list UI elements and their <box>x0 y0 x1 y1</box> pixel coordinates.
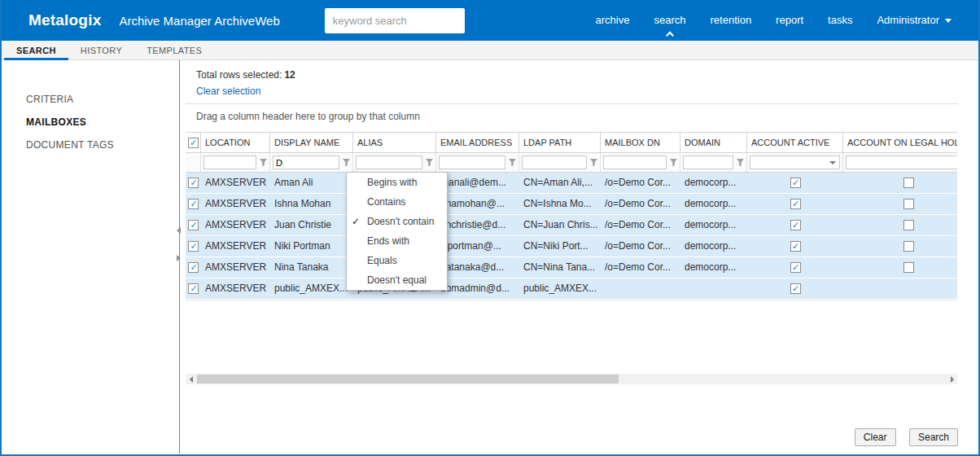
column-header-mailbox_dn[interactable]: MAILBOX DN <box>601 132 680 153</box>
collapse-left-icon[interactable] <box>177 227 181 234</box>
account-active-checkbox[interactable] <box>790 283 801 294</box>
table-row[interactable]: AMXSERVERJuan Christieanchristie@d...CN=… <box>186 215 957 236</box>
filter-icon[interactable] <box>506 156 518 169</box>
filter-cell-select <box>186 153 201 173</box>
table-row[interactable]: AMXSERVERNiki Portmankiportman@...CN=Nik… <box>186 236 957 257</box>
filter-icon[interactable] <box>588 156 600 169</box>
filter-menu-item[interactable]: Doesn't equal <box>347 270 447 290</box>
filter-input-alias[interactable] <box>356 156 422 169</box>
nav-report-label: report <box>776 14 803 26</box>
tab-history[interactable]: HISTORY <box>68 41 134 60</box>
filter-input-location[interactable] <box>203 156 256 169</box>
filter-menu-item[interactable]: Ends with <box>347 231 447 251</box>
row-checkbox[interactable] <box>188 241 199 252</box>
filter-cell-email <box>436 153 519 173</box>
sidebar-item-criteria[interactable]: CRITERIA <box>2 88 179 111</box>
legal-hold-checkbox[interactable] <box>903 262 914 273</box>
tab-templates[interactable]: TEMPLATES <box>134 41 214 60</box>
table-row[interactable]: AMXSERVERpublic_AMXEX...public_AMXEX...u… <box>186 278 957 300</box>
cell-location: AMXSERVER <box>201 278 270 299</box>
triangle-right-icon <box>951 376 954 383</box>
table-row[interactable]: AMXSERVERAman Alimanali@dem...CN=Aman Al… <box>186 173 957 194</box>
row-checkbox[interactable] <box>188 199 199 209</box>
cell-location: AMXSERVER <box>201 215 270 235</box>
filter-icon[interactable] <box>667 156 680 169</box>
filter-menu-item[interactable]: Equals <box>347 251 447 270</box>
clear-selection-link[interactable]: Clear selection <box>196 85 260 98</box>
legal-hold-checkbox[interactable] <box>903 178 914 188</box>
nav-search[interactable]: search <box>641 0 698 41</box>
grid-empty-area <box>186 300 957 374</box>
account-active-checkbox[interactable] <box>790 220 801 230</box>
menu-item-label: Doesn't contain <box>367 216 434 227</box>
filter-input-email[interactable] <box>439 156 505 169</box>
legal-hold-checkbox[interactable] <box>903 199 914 209</box>
select-all-checkbox[interactable] <box>188 138 199 148</box>
cell-account-active <box>747 173 843 193</box>
account-active-checkbox[interactable] <box>790 262 801 273</box>
sidebar-item-document-tags[interactable]: DOCUMENT TAGS <box>2 134 179 156</box>
sidebar-item-mailboxes[interactable]: MAILBOXES <box>2 111 179 134</box>
horizontal-scrollbar[interactable] <box>186 374 957 384</box>
nav-retention[interactable]: retention <box>698 0 764 41</box>
filter-input-display_name[interactable] <box>273 156 339 169</box>
filter-menu-item[interactable]: Contains <box>347 192 447 212</box>
filter-icon[interactable] <box>340 156 352 169</box>
cell-display_name: Niki Portman <box>270 236 353 256</box>
row-select-cell <box>186 278 201 299</box>
filter-input-ldap_path[interactable] <box>522 156 587 169</box>
search-button[interactable]: Search <box>909 428 958 446</box>
splitter-handle[interactable] <box>175 227 182 261</box>
cell-display_name: Nina Tanaka <box>270 257 353 278</box>
filter-menu-item[interactable]: Begins with <box>347 173 447 192</box>
row-checkbox[interactable] <box>188 283 199 294</box>
filter-icon[interactable] <box>257 156 269 169</box>
user-menu-administrator[interactable]: Administrator <box>864 0 964 41</box>
cell-display_name: Aman Ali <box>270 173 353 193</box>
menu-item-label: Doesn't equal <box>367 274 427 286</box>
column-header-email[interactable]: EMAIL ADDRESS <box>436 132 519 153</box>
account-active-checkbox[interactable] <box>790 241 801 252</box>
column-header-label: MAILBOX DN <box>605 138 660 147</box>
filter-input-legal_hold[interactable] <box>846 156 957 169</box>
row-checkbox[interactable] <box>188 262 199 273</box>
column-header-domain[interactable]: DOMAIN <box>680 132 747 153</box>
scrollbar-thumb[interactable] <box>197 375 619 384</box>
nav-archive[interactable]: archive <box>584 0 642 41</box>
row-checkbox[interactable] <box>188 178 199 188</box>
expand-right-icon[interactable] <box>177 255 181 261</box>
cell-location: AMXSERVER <box>201 194 270 214</box>
filter-input-mailbox_dn[interactable] <box>603 156 667 169</box>
table-row[interactable]: AMXSERVERIshna Mohanhnamohan@...CN=Ishna… <box>186 194 957 215</box>
filter-input-domain[interactable] <box>683 156 733 169</box>
cell-display_name: Juan Christie <box>270 215 353 235</box>
nav-tasks[interactable]: tasks <box>816 0 864 41</box>
column-header-legal_hold[interactable]: ACCOUNT ON LEGAL HOLD <box>843 132 957 153</box>
table-row[interactable]: AMXSERVERNina Tanakanatanaka@d...CN=Nina… <box>186 257 957 278</box>
filter-dropdown-account_active[interactable] <box>750 156 840 169</box>
column-header-display_name[interactable]: DISPLAY NAME <box>270 132 353 153</box>
tab-search-label: SEARCH <box>16 46 56 55</box>
clear-button[interactable]: Clear <box>855 428 896 446</box>
column-header-ldap_path[interactable]: LDAP PATH <box>519 132 601 153</box>
menu-item-label: Begins with <box>367 177 417 188</box>
account-active-checkbox[interactable] <box>790 199 801 209</box>
legal-hold-checkbox[interactable] <box>903 220 914 230</box>
cell-legal-hold <box>843 194 957 214</box>
legal-hold-checkbox[interactable] <box>903 241 914 252</box>
filter-icon[interactable] <box>423 156 435 169</box>
filter-menu-item[interactable]: ✓Doesn't contain <box>347 212 447 231</box>
tab-search[interactable]: SEARCH <box>4 41 68 60</box>
scroll-left-button[interactable] <box>186 374 196 384</box>
account-active-checkbox[interactable] <box>790 178 801 188</box>
row-checkbox[interactable] <box>188 220 199 230</box>
nav-report[interactable]: report <box>763 0 816 41</box>
keyword-search-input[interactable] <box>325 8 465 33</box>
sidebar: CRITERIA MAILBOXES DOCUMENT TAGS <box>2 60 180 454</box>
column-header-alias[interactable]: ALIAS <box>353 132 436 153</box>
menu-item-label: Equals <box>367 255 397 266</box>
scroll-right-button[interactable] <box>947 374 957 384</box>
column-header-location[interactable]: LOCATION <box>201 132 270 153</box>
column-header-account_active[interactable]: ACCOUNT ACTIVE <box>747 132 843 153</box>
filter-icon[interactable] <box>734 156 746 169</box>
